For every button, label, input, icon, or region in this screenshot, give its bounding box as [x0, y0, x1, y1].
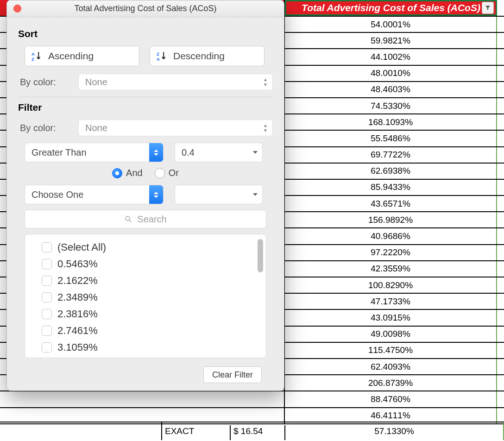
cell-value[interactable]: 48.0010%: [285, 66, 497, 81]
sort-by-color-value: None: [85, 77, 107, 88]
filter-heading: Filter: [18, 102, 273, 113]
sort-heading: Sort: [18, 28, 273, 39]
checkbox[interactable]: [42, 309, 52, 319]
dialog-titlebar[interactable]: Total Advertising Cost of Sales (ACoS): [7, 0, 284, 17]
condition1-operator-select[interactable]: Greater Than: [25, 143, 164, 162]
filter-value-item[interactable]: 2.1622%: [42, 272, 254, 289]
dropdown-handle-icon: [149, 143, 163, 162]
cell-value[interactable]: 85.9433%: [285, 180, 497, 195]
sort-by-color-select[interactable]: None ▲▼: [78, 74, 273, 90]
sort-ascending-button[interactable]: AZ Ascending: [25, 46, 139, 66]
cell-value[interactable]: 156.9892%: [285, 212, 497, 227]
filter-by-color-label: By color:: [20, 123, 72, 133]
stepper-icon: ▲▼: [263, 77, 268, 87]
close-button[interactable]: [13, 5, 21, 13]
bottom-partial-row: EXACT $ 16.54 57.1330%: [0, 422, 504, 440]
cell-value[interactable]: 62.4093%: [285, 359, 497, 374]
checkbox[interactable]: [42, 242, 52, 252]
cell-value[interactable]: 62.6938%: [285, 164, 497, 179]
condition1-value: 0.4: [182, 147, 195, 158]
filter-value-item[interactable]: 3.1059%: [42, 339, 254, 356]
logic-and-label: And: [126, 168, 143, 178]
cell-value[interactable]: 69.7722%: [285, 147, 497, 163]
cell-value[interactable]: 54.0001%: [285, 17, 497, 32]
radio-on-icon: [112, 168, 122, 178]
cell-value[interactable]: 206.8739%: [285, 375, 497, 391]
stepper-icon: ▲▼: [263, 123, 268, 133]
filter-value-item[interactable]: (Select All): [42, 239, 254, 256]
cell-value[interactable]: 43.6571%: [285, 196, 497, 211]
filter-value-item[interactable]: 0.5463%: [42, 256, 254, 272]
checkbox[interactable]: [42, 276, 52, 286]
cell-value[interactable]: 44.1002%: [285, 49, 497, 64]
filter-value-label: 0.5463%: [57, 258, 98, 270]
cell-value[interactable]: 55.5486%: [285, 131, 497, 146]
cell-value[interactable]: 47.1733%: [285, 294, 497, 309]
column-header-text: Total Advertising Cost of Sales (ACoS): [302, 2, 480, 13]
checkbox[interactable]: [42, 292, 52, 302]
svg-text:Z: Z: [32, 57, 34, 61]
sort-desc-icon: ZA: [157, 51, 169, 61]
svg-point-4: [126, 216, 130, 220]
search-placeholder: Search: [137, 214, 166, 225]
funnel-icon: [485, 5, 491, 11]
search-input[interactable]: Search: [25, 210, 266, 228]
sort-desc-label: Descending: [173, 50, 225, 62]
filter-values-list[interactable]: (Select All) 0.5463% 2.1622% 2.3489% 2.3…: [25, 234, 266, 358]
cell-value[interactable]: 74.5330%: [285, 98, 497, 113]
cell-value[interactable]: 168.1093%: [285, 114, 497, 130]
filter-value-label: 2.7461%: [57, 325, 98, 337]
logic-and-radio[interactable]: And: [112, 168, 143, 178]
section-divider: [18, 97, 273, 97]
cell-value[interactable]: 115.4750%: [285, 343, 497, 358]
dialog-title: Total Advertising Cost of Sales (ACoS): [7, 4, 284, 13]
cell-value[interactable]: 97.2220%: [285, 245, 497, 260]
chevron-down-icon: [253, 193, 258, 196]
sort-asc-label: Ascending: [48, 50, 94, 62]
sort-by-color-label: By color:: [20, 77, 72, 88]
condition2-value-input[interactable]: [175, 185, 263, 204]
cell-value[interactable]: 49.0098%: [285, 327, 497, 342]
cell-value[interactable]: 46.4111%: [285, 408, 497, 423]
cell-value[interactable]: 59.9821%: [285, 33, 497, 48]
filter-by-color-value: None: [85, 123, 107, 133]
clear-filter-button[interactable]: Clear Filter: [203, 366, 262, 383]
cell-value[interactable]: 43.0915%: [285, 310, 497, 325]
checkbox[interactable]: [42, 326, 52, 336]
clear-filter-label: Clear Filter: [212, 370, 253, 380]
logic-or-radio[interactable]: Or: [155, 168, 179, 178]
filter-value-item[interactable]: 2.7461%: [42, 322, 254, 339]
condition1-value-input[interactable]: 0.4: [175, 143, 263, 162]
cell-value[interactable]: 100.8290%: [285, 277, 497, 293]
cell-value[interactable]: 40.9686%: [285, 228, 497, 244]
cell-price[interactable]: $ 16.54: [231, 422, 285, 440]
svg-text:A: A: [157, 57, 160, 61]
cell-value[interactable]: 48.4603%: [285, 82, 497, 97]
cell-match-type[interactable]: EXACT: [162, 422, 231, 440]
filter-value-label: 3.1059%: [57, 341, 98, 353]
condition2-operator-select[interactable]: Choose One: [25, 185, 164, 204]
cell-value[interactable]: 88.4760%: [285, 391, 497, 407]
checkbox[interactable]: [42, 259, 52, 269]
svg-text:A: A: [32, 51, 35, 57]
svg-line-5: [130, 220, 132, 222]
chevron-down-icon: [253, 151, 258, 154]
cell-value[interactable]: 57.1330%: [285, 422, 504, 440]
column-header-acos[interactable]: Total Advertising Cost of Sales (ACoS): [285, 0, 497, 16]
filter-by-color-select[interactable]: None ▲▼: [78, 120, 273, 136]
filter-value-label: (Select All): [57, 241, 106, 253]
condition2-operator: Choose One: [32, 189, 83, 200]
filter-dialog: Total Advertising Cost of Sales (ACoS) S…: [6, 0, 284, 391]
column-filter-button[interactable]: [482, 2, 494, 14]
dropdown-handle-icon: [149, 185, 163, 204]
filter-value-item[interactable]: 3.4750%: [42, 356, 254, 358]
scrollbar-thumb[interactable]: [258, 239, 263, 272]
checkbox[interactable]: [42, 342, 52, 353]
filter-value-label: 2.1622%: [57, 275, 98, 287]
filter-value-label: 2.3816%: [57, 308, 98, 320]
logic-or-label: Or: [169, 168, 179, 178]
cell-value[interactable]: 42.3559%: [285, 261, 497, 277]
sort-descending-button[interactable]: ZA Descending: [150, 46, 265, 66]
filter-value-item[interactable]: 2.3816%: [42, 306, 254, 322]
filter-value-item[interactable]: 2.3489%: [42, 289, 254, 306]
